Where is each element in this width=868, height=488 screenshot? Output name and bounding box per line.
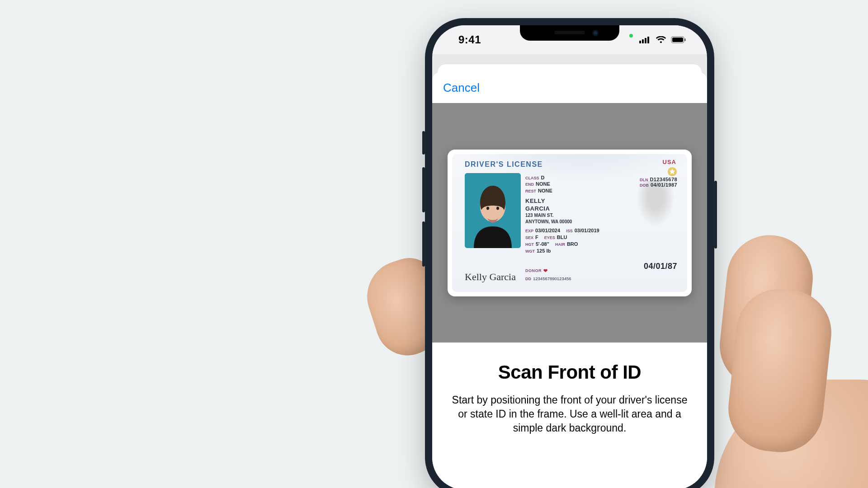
- license-field-label: EXP: [525, 229, 533, 233]
- license-ghost-photo: [637, 181, 675, 226]
- license-field-label: SEX: [525, 235, 533, 240]
- license-address-line2: ANYTOWN, WA 00000: [525, 219, 599, 225]
- license-field-label: REST: [525, 189, 536, 193]
- phone-volume-down: [422, 221, 425, 267]
- phone-silence-switch: [422, 131, 425, 155]
- license-field-value: 03/01/2024: [535, 228, 560, 233]
- license-field-value: 04/01/1987: [651, 182, 677, 188]
- status-time: 9:41: [448, 33, 481, 46]
- license-dd: DD1234567890123456: [525, 276, 571, 281]
- camera-viewfinder[interactable]: DRIVER'S LICENSE USA: [432, 103, 707, 343]
- license-address-line1: 123 MAIN ST.: [525, 213, 599, 219]
- license-field-label: EYES: [544, 235, 555, 240]
- license-field-label: CLASS: [525, 176, 539, 180]
- front-camera: [592, 30, 599, 36]
- license-donor: DONOR ❤: [525, 268, 548, 274]
- svg-point-11: [496, 206, 499, 210]
- heart-icon: ❤: [543, 268, 548, 274]
- license-field-value: D12345678: [650, 177, 677, 182]
- license-field-value: BLU: [557, 235, 567, 240]
- license-fields-right: DLND12345678 DOB04/01/1987: [640, 177, 677, 188]
- license-field-label: HAIR: [555, 242, 565, 247]
- svg-rect-1: [642, 39, 644, 43]
- license-field-value: BRO: [567, 241, 578, 247]
- wifi-icon: [656, 36, 666, 43]
- license-name-first: GARCIA: [525, 205, 599, 212]
- phone-volume-up: [422, 167, 425, 212]
- battery-icon: [671, 36, 686, 43]
- license-field-value: NONE: [536, 181, 550, 187]
- phone-power-button: [714, 181, 717, 249]
- camera-in-use-indicator-icon: [629, 34, 633, 38]
- id-scan-frame: DRIVER'S LICENSE USA: [448, 150, 692, 296]
- license-field-value: 1234567890123456: [533, 276, 571, 281]
- svg-rect-2: [645, 38, 646, 43]
- earpiece-speaker: [554, 31, 585, 34]
- svg-rect-0: [639, 41, 641, 43]
- cancel-button[interactable]: Cancel: [443, 81, 480, 95]
- license-field-value: D: [541, 175, 545, 180]
- license-field-value: 03/01/2019: [575, 228, 599, 233]
- drivers-license-card: DRIVER'S LICENSE USA: [452, 154, 687, 292]
- instruction-body: Start by positioning the front of your d…: [450, 393, 689, 435]
- phone-frame: 9:41 Cancel: [425, 18, 714, 488]
- license-field-label: END: [525, 182, 534, 187]
- license-field-label: DOB: [640, 183, 649, 188]
- license-large-dob: 04/01/87: [644, 262, 677, 271]
- svg-rect-3: [647, 37, 649, 43]
- svg-point-10: [486, 206, 489, 210]
- license-field-value: NONE: [538, 188, 552, 193]
- scan-id-sheet: Cancel DRIVER'S LICENSE USA: [432, 72, 707, 488]
- license-signature: Kelly Garcia: [465, 271, 516, 283]
- cellular-signal-icon: [639, 36, 651, 43]
- license-field-value: 5'-08": [536, 241, 549, 247]
- license-fields-left: CLASSD ENDNONE RESTNONE KELLY GARCIA 123…: [525, 175, 599, 255]
- license-field-label: HGT: [525, 242, 534, 247]
- license-photo: [465, 173, 521, 248]
- license-field-value: F: [535, 235, 538, 240]
- license-name-last: KELLY: [525, 197, 599, 205]
- license-field-label: ISS: [566, 229, 573, 233]
- phone-notch: [520, 25, 619, 41]
- license-field-value: 125 lb: [537, 248, 551, 253]
- license-title: DRIVER'S LICENSE: [465, 160, 543, 169]
- instruction-title: Scan Front of ID: [450, 361, 689, 383]
- license-field-label: DD: [525, 277, 531, 281]
- instruction-section: Scan Front of ID Start by positioning th…: [432, 343, 707, 435]
- sheet-header: Cancel: [432, 72, 707, 103]
- license-country: USA: [663, 159, 676, 165]
- real-id-star-icon: [667, 167, 677, 177]
- license-field-label: WGT: [525, 249, 535, 253]
- license-field-label: DLN: [640, 178, 648, 182]
- phone-screen: 9:41 Cancel: [432, 25, 707, 488]
- license-donor-label: DONOR: [525, 268, 542, 273]
- svg-rect-5: [672, 38, 683, 42]
- svg-rect-6: [684, 38, 686, 41]
